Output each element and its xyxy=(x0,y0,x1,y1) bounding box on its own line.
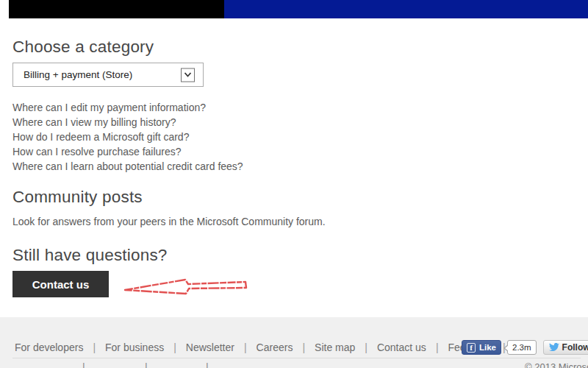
twitter-follow-label: Follow xyxy=(562,342,588,353)
footer-link-careers[interactable]: Careers xyxy=(257,342,293,353)
footer-separator: | xyxy=(173,342,176,353)
footer-link-newsletter[interactable]: Newsletter xyxy=(186,342,234,353)
faq-link-edit-payment[interactable]: Where can I edit my payment information? xyxy=(12,100,243,115)
category-dropdown-value: Billing + payment (Store) xyxy=(24,63,132,86)
copyright-text: © 2013 Microsoft xyxy=(525,361,588,368)
footer-separator: | xyxy=(93,342,96,353)
social-buttons: f Like 2.3m Follow 1.0M xyxy=(462,340,588,355)
faq-link-gift-card[interactable]: How do I redeem a Microsoft gift card? xyxy=(12,130,243,144)
hand-drawn-arrow-icon xyxy=(120,274,252,299)
footer-link-for-business[interactable]: For business xyxy=(105,342,164,353)
footer-link-row: For developers | For business | Newslett… xyxy=(15,340,515,355)
chevron-down-icon xyxy=(184,72,192,78)
footer-separator: | xyxy=(244,342,247,353)
faq-link-credit-card-fees[interactable]: Where can I learn about potential credit… xyxy=(12,159,243,174)
facebook-logo-icon: f xyxy=(467,343,476,353)
category-heading: Choose a category xyxy=(12,37,154,57)
support-page: Choose a category Billing + payment (Sto… xyxy=(0,0,588,368)
footer-divider xyxy=(12,358,581,358)
category-dropdown[interactable]: Billing + payment (Store) xyxy=(12,63,204,87)
faq-link-billing-history[interactable]: Where can I view my billing history? xyxy=(12,115,243,130)
community-heading: Community posts xyxy=(12,187,143,207)
footer-link-site-map[interactable]: Site map xyxy=(315,342,355,353)
contact-us-button[interactable]: Contact us xyxy=(12,271,109,297)
twitter-follow-button[interactable]: Follow xyxy=(543,340,588,355)
faq-link-list: Where can I edit my payment information?… xyxy=(12,100,243,174)
top-nav-black-bar xyxy=(9,0,224,18)
questions-heading: Still have questions? xyxy=(12,245,168,265)
twitter-bird-icon xyxy=(549,343,559,352)
dropdown-arrow-button[interactable] xyxy=(181,68,195,82)
footer-separator: | xyxy=(145,361,148,368)
footer-separator: | xyxy=(206,361,209,368)
top-nav-blue-bar xyxy=(224,0,588,18)
footer: For developers | For business | Newslett… xyxy=(0,317,588,368)
footer-separator: | xyxy=(365,342,368,353)
facebook-like-label: Like xyxy=(479,343,496,352)
facebook-like-count[interactable]: 2.3m xyxy=(507,340,537,355)
facebook-like-button[interactable]: f Like xyxy=(462,340,501,355)
footer-separator: | xyxy=(82,361,85,368)
community-description: Look for answers from your peers in the … xyxy=(12,215,326,228)
footer-link-for-developers[interactable]: For developers xyxy=(15,342,83,353)
footer-separator: | xyxy=(302,342,305,353)
footer-separator: | xyxy=(436,342,439,353)
faq-link-purchase-failures[interactable]: How can I resolve purchase failures? xyxy=(12,144,243,159)
footer-link-contact-us[interactable]: Contact us xyxy=(377,342,426,353)
